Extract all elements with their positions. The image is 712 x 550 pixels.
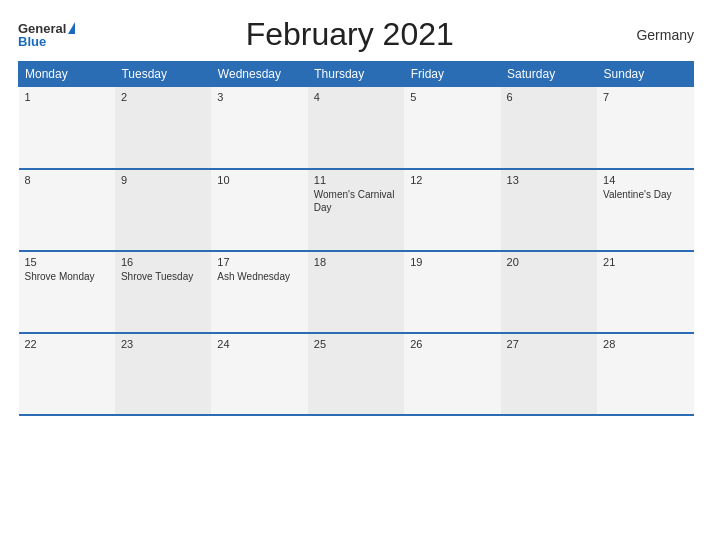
calendar-week-4: 22232425262728 — [19, 333, 694, 415]
day-number: 14 — [603, 174, 687, 186]
calendar-day-6: 6 — [501, 87, 597, 169]
weekday-header-saturday: Saturday — [501, 62, 597, 87]
calendar-day-28: 28 — [597, 333, 693, 415]
logo: General Blue — [18, 22, 75, 48]
weekday-header-thursday: Thursday — [308, 62, 404, 87]
calendar-day-22: 22 — [19, 333, 115, 415]
day-number: 18 — [314, 256, 398, 268]
calendar-day-7: 7 — [597, 87, 693, 169]
day-number: 8 — [25, 174, 109, 186]
calendar-day-5: 5 — [404, 87, 500, 169]
day-event: Women's Carnival Day — [314, 188, 398, 214]
calendar-day-14: 14Valentine's Day — [597, 169, 693, 251]
weekday-header-wednesday: Wednesday — [211, 62, 307, 87]
day-number: 22 — [25, 338, 109, 350]
calendar-day-25: 25 — [308, 333, 404, 415]
day-number: 17 — [217, 256, 301, 268]
logo-triangle-icon — [68, 22, 75, 34]
calendar-day-9: 9 — [115, 169, 211, 251]
calendar-day-16: 16Shrove Tuesday — [115, 251, 211, 333]
weekday-header-friday: Friday — [404, 62, 500, 87]
header: General Blue February 2021 Germany — [18, 16, 694, 53]
country-label: Germany — [624, 27, 694, 43]
day-number: 11 — [314, 174, 398, 186]
calendar-day-12: 12 — [404, 169, 500, 251]
day-number: 26 — [410, 338, 494, 350]
calendar-day-17: 17Ash Wednesday — [211, 251, 307, 333]
weekday-header-row: MondayTuesdayWednesdayThursdayFridaySatu… — [19, 62, 694, 87]
day-number: 24 — [217, 338, 301, 350]
calendar-day-26: 26 — [404, 333, 500, 415]
calendar-week-3: 15Shrove Monday16Shrove Tuesday17Ash Wed… — [19, 251, 694, 333]
weekday-header-tuesday: Tuesday — [115, 62, 211, 87]
day-number: 7 — [603, 91, 687, 103]
day-number: 23 — [121, 338, 205, 350]
calendar-day-23: 23 — [115, 333, 211, 415]
calendar-header: MondayTuesdayWednesdayThursdayFridaySatu… — [19, 62, 694, 87]
calendar-day-19: 19 — [404, 251, 500, 333]
day-number: 3 — [217, 91, 301, 103]
day-number: 28 — [603, 338, 687, 350]
day-event: Ash Wednesday — [217, 270, 301, 283]
calendar-day-10: 10 — [211, 169, 307, 251]
weekday-header-monday: Monday — [19, 62, 115, 87]
calendar-day-2: 2 — [115, 87, 211, 169]
day-event: Shrove Monday — [25, 270, 109, 283]
calendar-day-27: 27 — [501, 333, 597, 415]
logo-blue-text: Blue — [18, 35, 75, 48]
day-number: 20 — [507, 256, 591, 268]
calendar-body: 1234567891011Women's Carnival Day121314V… — [19, 87, 694, 415]
calendar-day-4: 4 — [308, 87, 404, 169]
day-number: 4 — [314, 91, 398, 103]
day-number: 9 — [121, 174, 205, 186]
day-number: 6 — [507, 91, 591, 103]
day-number: 15 — [25, 256, 109, 268]
day-number: 2 — [121, 91, 205, 103]
day-event: Shrove Tuesday — [121, 270, 205, 283]
calendar-week-1: 1234567 — [19, 87, 694, 169]
day-number: 5 — [410, 91, 494, 103]
calendar-day-18: 18 — [308, 251, 404, 333]
day-number: 27 — [507, 338, 591, 350]
weekday-header-sunday: Sunday — [597, 62, 693, 87]
calendar-day-11: 11Women's Carnival Day — [308, 169, 404, 251]
day-number: 19 — [410, 256, 494, 268]
calendar-day-3: 3 — [211, 87, 307, 169]
day-number: 13 — [507, 174, 591, 186]
day-number: 1 — [25, 91, 109, 103]
calendar-table: MondayTuesdayWednesdayThursdayFridaySatu… — [18, 61, 694, 416]
day-event: Valentine's Day — [603, 188, 687, 201]
calendar-day-21: 21 — [597, 251, 693, 333]
calendar-day-13: 13 — [501, 169, 597, 251]
page: General Blue February 2021 Germany Monda… — [0, 0, 712, 550]
day-number: 16 — [121, 256, 205, 268]
day-number: 25 — [314, 338, 398, 350]
day-number: 12 — [410, 174, 494, 186]
calendar-day-20: 20 — [501, 251, 597, 333]
calendar-day-8: 8 — [19, 169, 115, 251]
calendar-day-1: 1 — [19, 87, 115, 169]
calendar-day-24: 24 — [211, 333, 307, 415]
day-number: 21 — [603, 256, 687, 268]
logo-general-text: General — [18, 22, 66, 35]
calendar-day-15: 15Shrove Monday — [19, 251, 115, 333]
calendar-week-2: 891011Women's Carnival Day121314Valentin… — [19, 169, 694, 251]
page-title: February 2021 — [75, 16, 624, 53]
day-number: 10 — [217, 174, 301, 186]
